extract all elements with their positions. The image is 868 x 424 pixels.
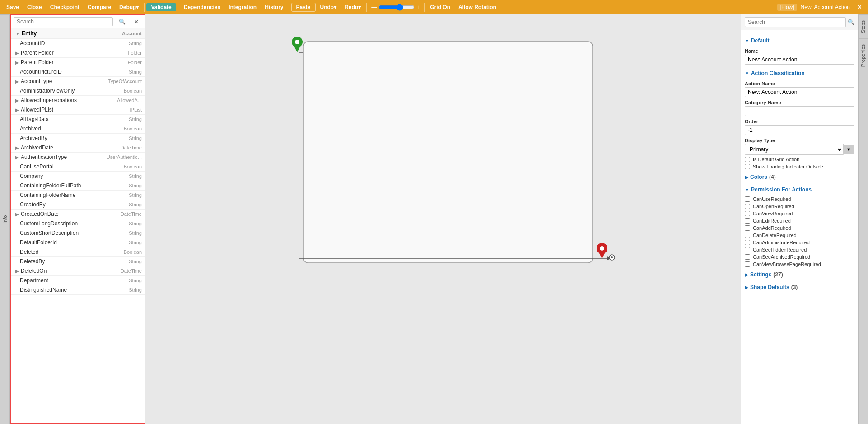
entity-list-item[interactable]: CustomLongDescriptionString	[11, 219, 145, 228]
entity-panel-close[interactable]: ✕	[131, 17, 142, 26]
entity-list-item[interactable]: DepartmentString	[11, 276, 145, 285]
toolbar-sep-5	[424, 3, 425, 12]
permission-label-canaddrequired: CanAddRequired	[753, 225, 791, 231]
expand-arrow-icon: ▶	[15, 98, 19, 103]
entity-list-item[interactable]: DefaultFolderIdString	[11, 238, 145, 247]
steps-tab[interactable]: Steps	[859, 14, 868, 38]
category-name-label: Category Name	[745, 100, 854, 105]
action-classification-section-header[interactable]: ▼ Action Classification	[745, 68, 854, 78]
shape-defaults-section-header[interactable]: ▶ Shape Defaults (3)	[745, 282, 854, 292]
entity-item-type: Folder	[128, 60, 142, 65]
right-search-input[interactable]	[745, 17, 846, 27]
entity-panel-header: 🔍 ✕	[11, 15, 145, 28]
entity-item-type: String	[129, 173, 142, 179]
entity-list-item[interactable]: ContainingFolderNameString	[11, 191, 145, 200]
zoom-slider[interactable]	[378, 4, 415, 11]
entity-list-item[interactable]: ▶AccountTypeTypeOfAccount	[11, 77, 145, 86]
history-button[interactable]: History	[261, 3, 287, 11]
permission-section-header[interactable]: ▼ Permission For Actions	[745, 185, 854, 195]
display-type-dropdown-btn[interactable]: ▼	[844, 145, 854, 154]
default-section-header[interactable]: ▼ Default	[745, 36, 854, 46]
entity-list-item[interactable]: ArchivedBoolean	[11, 124, 145, 134]
canvas-area[interactable]	[145, 14, 741, 424]
toolbar-close-button[interactable]: ✕	[854, 3, 865, 11]
permission-checkbox-candeleterequired[interactable]	[745, 233, 750, 238]
permission-checkbox-canviewbrowsepagerequired[interactable]	[745, 261, 750, 267]
entity-list-item[interactable]: ContainingFolderFullPathString	[11, 181, 145, 191]
entity-item-type: Folder	[128, 50, 142, 56]
dependencies-button[interactable]: Dependencies	[180, 3, 224, 11]
end-pin	[596, 242, 608, 260]
permission-checkbox-canaddrequired[interactable]	[745, 225, 750, 231]
entity-list-item[interactable]: ▶Parent FolderFolder	[11, 58, 145, 67]
entity-item-name: AccountType	[21, 78, 52, 84]
display-type-select[interactable]: Primary Secondary Hidden	[745, 144, 844, 155]
left-tab-data-samples[interactable]: Data Samples	[0, 14, 0, 424]
toolbar-sep-4	[366, 3, 367, 12]
debug-button[interactable]: Debug▾	[116, 3, 142, 11]
undo-button[interactable]: Undo▾	[317, 3, 341, 11]
allow-rotation-button[interactable]: Allow Rotation	[455, 3, 500, 11]
settings-section-header[interactable]: ▶ Settings (27)	[745, 270, 854, 280]
entity-list-item[interactable]: ▶ArchivedDateDateTime	[11, 143, 145, 153]
entity-item-type: UserAuthentic...	[107, 154, 142, 160]
entity-list-item[interactable]: DeletedByString	[11, 257, 145, 266]
svg-point-7	[600, 246, 604, 251]
checkpoint-button[interactable]: Checkpoint	[47, 3, 83, 11]
entity-list-item[interactable]: ▶DeletedOnDateTime	[11, 266, 145, 276]
permission-checkbox-canuserequired[interactable]	[745, 196, 750, 202]
paste-button[interactable]: Paste	[291, 3, 316, 12]
order-input[interactable]	[745, 125, 854, 135]
entity-list-item[interactable]: AccountIDString	[11, 39, 145, 48]
entity-list-item[interactable]: ▶CreatedOnDateDateTime	[11, 210, 145, 219]
expand-arrow-icon: ▶	[15, 79, 19, 84]
entity-list-item[interactable]: CompanyString	[11, 172, 145, 181]
entity-item-type: Boolean	[124, 88, 142, 93]
save-button[interactable]: Save	[3, 3, 23, 11]
action-class-arrow: ▼	[745, 71, 749, 76]
entity-list-item[interactable]: ▶AllowedImpersonationsAllowedA...	[11, 96, 145, 105]
validate-button[interactable]: Validate	[146, 3, 176, 11]
grid-on-button[interactable]: Grid On	[426, 3, 454, 11]
show-loading-checkbox[interactable]	[745, 164, 750, 169]
default-section-content: Name	[745, 48, 854, 65]
entity-item-type: String	[129, 259, 142, 264]
entity-list-item[interactable]: DeletedBoolean	[11, 247, 145, 257]
entity-list-item[interactable]: CanUsePortalBoolean	[11, 162, 145, 172]
permission-checkbox-canadministraterequired[interactable]	[745, 240, 750, 245]
name-input[interactable]	[745, 55, 854, 65]
is-default-grid-action-checkbox[interactable]	[745, 157, 750, 162]
integration-button[interactable]: Integration	[225, 3, 260, 11]
entity-list-item[interactable]: AccountPictureIDString	[11, 67, 145, 77]
entity-list-item[interactable]: CustomShortDescriptionString	[11, 228, 145, 238]
entity-list-item[interactable]: AdministratorViewOnlyBoolean	[11, 86, 145, 96]
entity-list-item[interactable]: ▶AuthenticationTypeUserAuthentic...	[11, 153, 145, 162]
entity-list-item[interactable]: ▶AllowedIPListIPList	[11, 105, 145, 115]
entity-item-name: ContainingFolderName	[20, 192, 75, 198]
action-name-input[interactable]	[745, 87, 854, 97]
category-name-input[interactable]	[745, 106, 854, 116]
close-button[interactable]: Close	[23, 3, 46, 11]
redo-button[interactable]: Redo▾	[341, 3, 364, 11]
flow-canvas-svg	[145, 14, 741, 424]
permission-checkbox-canviewrequired[interactable]	[745, 211, 750, 216]
entity-list-item[interactable]: AllTagsDataString	[11, 115, 145, 124]
entity-list-item[interactable]: ArchivedByString	[11, 134, 145, 143]
left-tab-info[interactable]: Info	[0, 14, 9, 424]
entity-list-item[interactable]: ▶Parent FolderFolder	[11, 48, 145, 58]
permission-checkbox-canseehiddenrequired[interactable]	[745, 247, 750, 252]
permission-checkbox-caneditrequired[interactable]	[745, 218, 750, 224]
properties-tab[interactable]: Properties	[859, 38, 868, 72]
entity-list-item[interactable]: DistinguishedNameString	[11, 285, 145, 295]
entity-item-name: DistinguishedName	[20, 287, 67, 293]
permission-checkbox-canopenrequired[interactable]	[745, 204, 750, 209]
permission-checkbox-canseearchivedrequired[interactable]	[745, 254, 750, 260]
compare-button[interactable]: Compare	[84, 3, 115, 11]
entity-item-type: IPList	[129, 107, 142, 112]
colors-section-header[interactable]: ▶ Colors (4)	[745, 172, 854, 182]
entity-list-item[interactable]: CreatedByString	[11, 200, 145, 210]
entity-collapse-arrow[interactable]: ▼	[15, 31, 20, 36]
entity-item-type: String	[129, 240, 142, 245]
entity-item-type: String	[129, 116, 142, 122]
entity-search-input[interactable]	[14, 17, 113, 26]
